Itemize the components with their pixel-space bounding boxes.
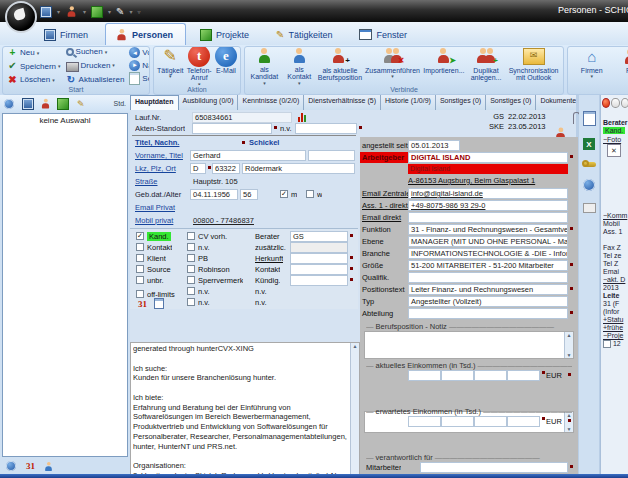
rp-12-row[interactable]: 12	[601, 339, 628, 348]
firm-filter-icon[interactable]	[22, 98, 34, 110]
word-doc-icon[interactable]	[583, 111, 596, 126]
tab-taetigkeiten[interactable]: ✎ Tätigkeiten	[266, 23, 345, 45]
tab-ausbildung[interactable]: Ausbildung (0/0)	[179, 95, 239, 110]
seite-button[interactable]: Seite 1/1▾	[127, 72, 149, 85]
tab-hauptdaten[interactable]: Hauptdaten	[130, 95, 179, 110]
speichern-button[interactable]: ✔Speichern▾	[5, 61, 63, 72]
geschlecht-m-checkbox[interactable]: ✓	[280, 190, 288, 198]
key-icon[interactable]	[583, 162, 596, 167]
abteilung-field[interactable]	[408, 308, 568, 319]
edit-filter-icon[interactable]: ✎	[77, 99, 85, 109]
email-button[interactable]: e E-Mail	[214, 47, 238, 85]
qat-edit-icon[interactable]: ✎	[116, 6, 124, 17]
klient-checkbox[interactable]	[136, 254, 144, 262]
refresh-globe-icon[interactable]	[4, 99, 14, 109]
als-kandidat-button[interactable]: als Kandidat▾	[247, 47, 282, 85]
drucken-button[interactable]: Drucken▾	[64, 59, 127, 72]
qat-customize-icon[interactable]: ▿	[137, 8, 140, 15]
typ-field[interactable]: Angestellter (Vollzeit)	[408, 296, 568, 307]
neu-button[interactable]: +Neu▾	[5, 47, 63, 58]
nachname-field[interactable]: Schickel	[246, 137, 356, 148]
tab-dienstverhaeltnisse[interactable]: Dienstverhältnisse (5)	[304, 95, 381, 110]
aktuelles-einkommen-cells[interactable]	[408, 370, 540, 381]
suchen-button[interactable]: Suchen▾	[64, 47, 127, 56]
tab-firmen[interactable]: Firmen	[34, 23, 101, 45]
source-checkbox[interactable]	[136, 265, 144, 273]
tab-dokumente[interactable]: Dokumente (4)	[536, 95, 576, 110]
angestellt-seit-field[interactable]: 05.01.2013	[408, 140, 460, 151]
arbeitgeber-field[interactable]: DIGITAL ISLAND	[408, 152, 568, 163]
email-zentrale-field[interactable]: info@digital-island.de	[408, 188, 568, 199]
cv-vorh-checkbox[interactable]	[187, 232, 195, 240]
rp-status-section[interactable]: +Statu	[601, 315, 628, 323]
globe-icon[interactable]	[6, 461, 16, 471]
zusammenfuehren-button[interactable]: ✕ Zusammenführen▾	[364, 47, 421, 85]
titel-nachn-label[interactable]: Titel, Nachn.	[135, 138, 179, 147]
akten-nv-field[interactable]	[295, 123, 357, 134]
robinson-checkbox[interactable]	[187, 265, 195, 273]
calendar-31-icon[interactable]: 31	[138, 299, 147, 309]
rp-akt-daten-section[interactable]: −akt. D	[601, 275, 628, 283]
status-traffic-lights[interactable]	[602, 98, 628, 108]
kontakt-checkbox[interactable]	[136, 243, 144, 251]
unbr-checkbox[interactable]	[136, 276, 144, 284]
chart-icon[interactable]	[298, 112, 306, 122]
nv3-checkbox[interactable]	[187, 298, 195, 306]
ass1-direkt-field[interactable]: +49-8075-986 93 29-0	[408, 200, 568, 211]
duplikat-anlegen-button[interactable]: + Duplikat anlegen...	[467, 47, 505, 85]
importieren-button[interactable]: ➤ Importieren...	[422, 47, 466, 85]
funktion-field[interactable]: 31 - Finanz- und Rechnungswesen - Gesamt…	[408, 224, 568, 235]
strasse-field[interactable]: Hauptstr. 105	[190, 176, 355, 187]
off-limits-checkbox[interactable]	[136, 290, 144, 298]
telefon-anruf-button[interactable]: t Telefon-Anruf▾	[185, 47, 213, 85]
tab-kenntnisse[interactable]: Kenntnisse (0/2/0)	[238, 95, 304, 110]
taetigkeit-button[interactable]: ✎ Tätigkeit▾	[156, 47, 184, 85]
aktualisieren-button[interactable]: ↻Aktualisieren	[64, 74, 127, 85]
naechster-button[interactable]: ►Nächster	[127, 60, 149, 71]
gebdat-field[interactable]: 04.11.1956	[190, 189, 238, 200]
ass1-direkt-label[interactable]: Ass. 1 - direkt	[360, 200, 408, 211]
strasse-label[interactable]: Straße	[135, 177, 158, 186]
personen-switch-button[interactable]: Pe	[618, 47, 628, 85]
rp-projekte-section[interactable]: −Proje	[601, 331, 628, 339]
sperrvermerk-checkbox[interactable]	[187, 276, 195, 284]
tab-personen[interactable]: Personen	[105, 23, 186, 45]
kontakt-art-field[interactable]	[290, 264, 348, 275]
notes-scrollbar[interactable]: ▲▼	[350, 343, 359, 478]
firmen-switch-button[interactable]: ⌂ Firmen▾	[574, 47, 610, 85]
ebene-field[interactable]: MANAGER (MIT UND OHNE PERSONAL - Mana	[408, 236, 568, 247]
rp-foto-section[interactable]: −Foto	[601, 135, 628, 143]
notes-area[interactable]: generated through hunterCVX-XING Ich suc…	[130, 342, 360, 478]
excel-icon[interactable]: X	[583, 138, 595, 150]
email-direkt-field[interactable]	[408, 212, 568, 223]
mobil-privat-label[interactable]: Mobil privat	[135, 216, 173, 225]
project-filter-icon[interactable]	[57, 98, 69, 110]
als-berufsposition-button[interactable]: + als aktuelle Berufsposition	[317, 47, 363, 85]
kand-checkbox[interactable]: ✓	[136, 232, 144, 240]
mitarbeiter-field[interactable]	[420, 462, 568, 473]
calendar-31-icon[interactable]: 31	[26, 461, 35, 471]
rp-komm-section[interactable]: −Komm	[601, 211, 628, 219]
akten-standort-field[interactable]	[192, 123, 272, 134]
qat-person-icon[interactable]	[67, 6, 76, 17]
kuendig-field[interactable]	[290, 275, 348, 286]
arbeitgeber-adresse-link[interactable]: A-86153 Augsburg, Beim Glaspalast 1	[408, 176, 568, 185]
vorheriger-button[interactable]: ◄Vorheriger	[127, 47, 149, 58]
tab-sonstiges-2[interactable]: Sonstiges (0)	[486, 95, 536, 110]
nv2-checkbox[interactable]	[187, 287, 195, 295]
qat-project-icon[interactable]	[91, 6, 103, 18]
zusaetzlich-field[interactable]	[290, 242, 348, 253]
plz-field[interactable]: 63322	[212, 163, 240, 174]
email-privat-label[interactable]: Email Privat	[135, 203, 175, 212]
lkz-field[interactable]: D	[190, 163, 206, 174]
vorname-label[interactable]: Vorname, Titel	[135, 151, 183, 160]
berufsposition-notiz-box[interactable]: ▲▼	[364, 331, 574, 359]
mobil-privat-field[interactable]: 00800 - 77486837	[190, 215, 310, 226]
email-zentrale-label[interactable]: Email Zentrale	[360, 188, 408, 199]
tab-fenster[interactable]: Fenster	[349, 23, 420, 45]
berater-field[interactable]: GS	[290, 231, 348, 242]
nv1-checkbox[interactable]	[187, 243, 195, 251]
sync-outlook-button[interactable]: ✉ Synchronisation mit Outlook	[506, 47, 561, 85]
geschlecht-w-checkbox[interactable]	[306, 190, 314, 198]
erwartetes-einkommen-cells[interactable]	[408, 416, 540, 427]
